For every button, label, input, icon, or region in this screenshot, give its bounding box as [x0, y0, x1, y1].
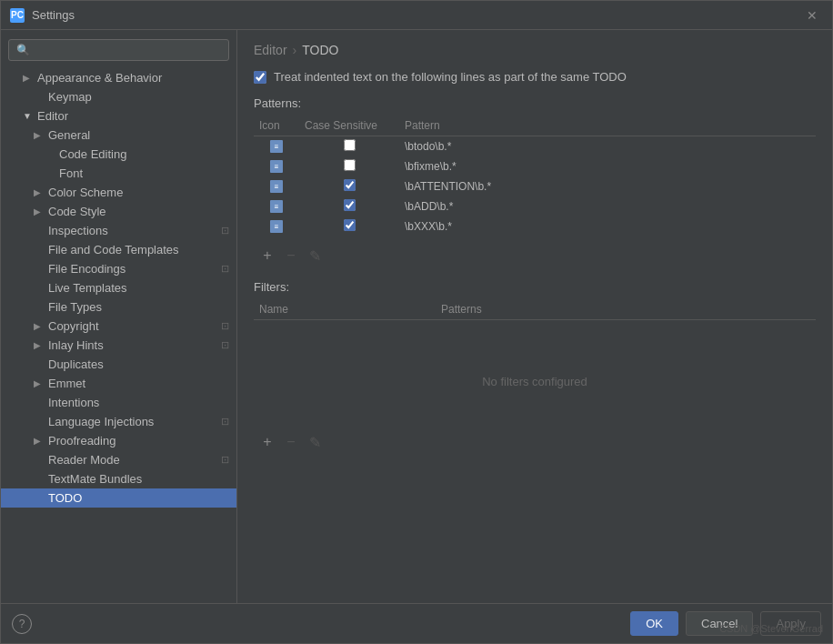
sidebar-item-reader-mode[interactable]: Reader Mode ⊡ [1, 450, 236, 469]
breadcrumb: Editor › TODO [254, 43, 816, 57]
expand-arrow-placeholder [34, 417, 45, 427]
col-case-sensitive: Case Sensitive [299, 116, 399, 136]
sidebar-item-appearance[interactable]: ▶ Appearance & Behavior [1, 68, 236, 87]
titlebar: PC Settings ✕ [1, 1, 832, 30]
remove-filter-button[interactable]: − [281, 432, 301, 452]
sidebar-item-duplicates[interactable]: Duplicates [1, 355, 236, 374]
expand-arrow-placeholder [34, 493, 45, 503]
edit-pattern-button[interactable]: ✎ [305, 246, 325, 266]
treat-indented-row: Treat indented text on the following lin… [254, 70, 816, 84]
content-panel: Editor › TODO Treat indented text on the… [237, 30, 832, 603]
sync-icon: ⊡ [221, 320, 229, 332]
sync-icon: ⊡ [221, 454, 229, 466]
sidebar-item-label: Intentions [48, 396, 99, 409]
sidebar-item-editor[interactable]: ▼ Editor [1, 106, 236, 126]
table-row[interactable]: ≡ \bfixme\b.* [254, 156, 816, 176]
expand-arrow-placeholder [45, 168, 55, 178]
table-row[interactable]: ≡ \bATTENTION\b.* [254, 176, 816, 196]
search-input[interactable] [8, 39, 229, 61]
treat-indented-checkbox[interactable] [254, 71, 266, 84]
sidebar-item-label: Editor [37, 109, 68, 123]
expand-arrow-placeholder [34, 397, 45, 408]
ok-button[interactable]: OK [630, 611, 678, 636]
sidebar-item-todo[interactable]: TODO [1, 488, 236, 508]
sidebar-item-label: Inlay Hints [48, 338, 104, 352]
help-button[interactable]: ? [12, 614, 32, 634]
sidebar-item-file-code-templates[interactable]: File and Code Templates [1, 240, 236, 259]
doc-icon: ≡ [270, 180, 283, 193]
col-patterns: Patterns [436, 299, 816, 320]
sidebar-item-label: Live Templates [48, 281, 126, 295]
expand-arrow-icon: ▶ [34, 130, 45, 140]
sidebar-item-label: Reader Mode [48, 453, 120, 467]
sidebar-item-copyright[interactable]: ▶ Copyright ⊡ [1, 317, 236, 336]
remove-pattern-button[interactable]: − [281, 246, 301, 266]
pattern-cell: \bfixme\b.* [399, 156, 816, 176]
expand-arrow-placeholder [45, 149, 55, 159]
breadcrumb-current: TODO [302, 43, 338, 57]
expand-arrow-icon: ▶ [34, 436, 45, 446]
sidebar-item-inspections[interactable]: Inspections ⊡ [1, 221, 236, 240]
patterns-section-label: Patterns: [254, 96, 816, 110]
pattern-cell: \bADD\b.* [399, 196, 816, 216]
sync-icon: ⊡ [221, 225, 229, 236]
sidebar-item-label: Keymap [48, 90, 92, 104]
app-icon: PC [10, 8, 25, 23]
expand-arrow-icon: ▶ [34, 340, 45, 350]
no-filters-label: No filters configured [254, 320, 816, 425]
table-row[interactable]: ≡ \bADD\b.* [254, 196, 816, 216]
sidebar-item-general[interactable]: ▶ General [1, 126, 236, 145]
filters-toolbar: + − ✎ [254, 432, 816, 452]
sidebar-item-emmet[interactable]: ▶ Emmet [1, 374, 236, 393]
sidebar-item-label: Inspections [48, 224, 108, 237]
sidebar-item-color-scheme[interactable]: ▶ Color Scheme [1, 183, 236, 202]
sidebar-item-language-injections[interactable]: Language Injections ⊡ [1, 412, 236, 431]
edit-filter-button[interactable]: ✎ [305, 432, 325, 452]
expand-arrow-icon: ▶ [34, 206, 45, 216]
expand-arrow-icon: ▶ [23, 73, 34, 83]
sidebar-item-font[interactable]: Font [1, 164, 236, 183]
watermark: CSDN @StevenGerrad [719, 623, 823, 634]
sidebar-item-label: Copyright [48, 319, 99, 333]
case-sensitive-checkbox[interactable] [344, 199, 356, 211]
expand-arrow-icon: ▼ [23, 111, 34, 121]
expand-arrow-icon: ▶ [34, 187, 45, 197]
case-sensitive-checkbox[interactable] [344, 179, 356, 191]
sidebar-item-intentions[interactable]: Intentions [1, 393, 236, 412]
sidebar-item-label: Appearance & Behavior [37, 71, 162, 85]
sidebar-item-label: File Types [48, 300, 102, 314]
expand-arrow-icon: ▶ [34, 378, 45, 388]
sidebar-item-proofreading[interactable]: ▶ Proofreading [1, 431, 236, 450]
sidebar-item-label: General [48, 128, 90, 142]
sidebar-item-code-editing[interactable]: Code Editing [1, 145, 236, 164]
pattern-cell: \bATTENTION\b.* [399, 176, 816, 196]
sidebar-item-code-style[interactable]: ▶ Code Style [1, 202, 236, 221]
sync-icon: ⊡ [221, 263, 229, 275]
sidebar-item-label: Proofreading [48, 434, 115, 448]
expand-arrow-placeholder [34, 92, 45, 102]
add-filter-button[interactable]: + [257, 432, 277, 452]
sidebar-item-file-encodings[interactable]: File Encodings ⊡ [1, 259, 236, 278]
pattern-cell: \bXXX\b.* [399, 216, 816, 236]
case-sensitive-checkbox[interactable] [344, 219, 356, 231]
sidebar-item-label: Duplicates [48, 357, 104, 371]
sidebar-item-keymap[interactable]: Keymap [1, 87, 236, 106]
sidebar-item-textmate-bundles[interactable]: TextMate Bundles [1, 469, 236, 488]
col-icon: Icon [254, 116, 299, 136]
case-sensitive-checkbox[interactable] [344, 139, 356, 151]
doc-icon: ≡ [270, 200, 283, 213]
expand-arrow-placeholder [34, 359, 45, 369]
doc-icon: ≡ [270, 140, 283, 153]
add-pattern-button[interactable]: + [257, 246, 277, 266]
case-sensitive-checkbox[interactable] [344, 159, 356, 171]
sidebar-item-file-types[interactable]: File Types [1, 297, 236, 317]
sidebar-item-label: Font [59, 166, 83, 180]
sidebar-item-live-templates[interactable]: Live Templates [1, 278, 236, 297]
col-name: Name [254, 299, 436, 320]
sidebar-item-label: Language Injections [48, 415, 154, 428]
table-row[interactable]: ≡ \bXXX\b.* [254, 216, 816, 236]
close-button[interactable]: ✕ [801, 5, 823, 26]
sidebar-item-inlay-hints[interactable]: ▶ Inlay Hints ⊡ [1, 336, 236, 355]
expand-arrow-icon: ▶ [34, 321, 45, 331]
table-row[interactable]: ≡ \btodo\b.* [254, 136, 816, 157]
